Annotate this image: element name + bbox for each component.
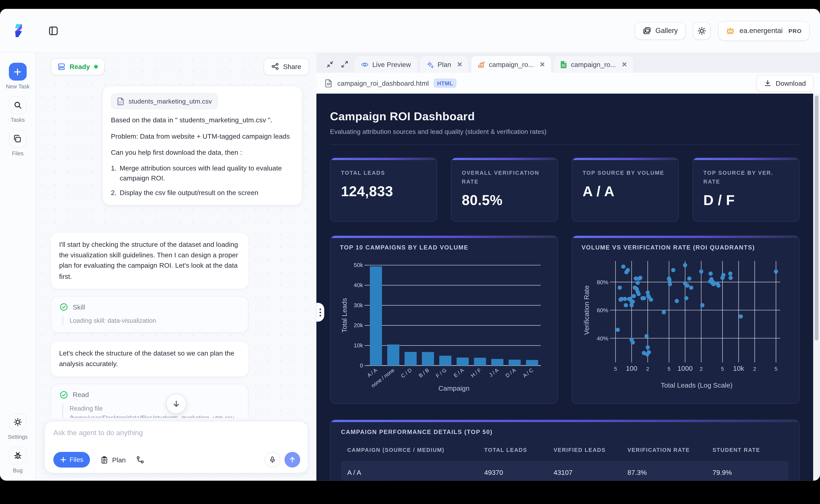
gallery-button[interactable]: Gallery (635, 22, 686, 40)
download-button[interactable]: Download (756, 75, 814, 91)
gear-icon[interactable] (9, 413, 27, 431)
scatter-chart-title: VOLUME VS VERIFICATION RATE (ROI QUADRAN… (581, 244, 790, 250)
user-text-1: Based on the data in " students_marketin… (111, 115, 294, 126)
plan-label: Plan (112, 456, 126, 464)
tab-campaign-chart[interactable]: campaign_ro... (471, 55, 552, 73)
sidebar-label-bug: Bug (13, 467, 23, 473)
sidebar: New Task Tasks Files (0, 53, 36, 481)
svg-text:Campaign: Campaign (438, 384, 469, 392)
svg-text:30k: 30k (354, 302, 363, 308)
tab-live-preview[interactable]: Live Preview (354, 55, 418, 73)
read-tool-card[interactable]: Read Reading file /home/user/Desktop/dat… (51, 384, 249, 418)
collapse-panel-icon[interactable] (324, 58, 336, 71)
stat-card-top-source-volume: TOP SOURCE BY VOLUME A / A (572, 157, 679, 222)
user-list-item-1: 1.Merge attribution sources with lead qu… (111, 164, 294, 184)
dashboard-subtitle: Evaluating attribution sources and lead … (330, 128, 800, 135)
user-message: students_marketing_utm.csv Based on the … (103, 86, 302, 205)
svg-text:50k: 50k (354, 262, 363, 268)
files-label: Files (70, 456, 83, 463)
col-header: CAMPAIGN (SOURCE / MEDIUM) (341, 446, 484, 453)
sidebar-label-settings: Settings (8, 434, 28, 440)
scatter-chart-card: VOLUME VS VERIFICATION RATE (ROI QUADRAN… (572, 235, 800, 404)
bar-chart: 010k20k30k40k50kA / Anone / noneC / DB /… (340, 252, 548, 395)
mic-button[interactable] (265, 452, 280, 468)
computer-icon (58, 63, 65, 70)
skill-tool-card[interactable]: Skill Loading skill: data-visualization (51, 296, 249, 333)
svg-text:5: 5 (721, 366, 724, 372)
tool-detail: Reading file /home/user/Desktop/data/fil… (62, 404, 240, 418)
sidebar-item-settings[interactable]: Settings (8, 413, 28, 440)
close-icon[interactable] (457, 62, 462, 67)
preview-scrollbar-thumb[interactable] (815, 96, 818, 340)
file-name: campaign_roi_dashboard.html (337, 79, 429, 87)
close-icon[interactable] (540, 62, 545, 67)
sidebar-item-tasks[interactable]: Tasks (9, 96, 27, 123)
preview-scrollbar-track (813, 94, 820, 481)
panel-resize-handle[interactable] (316, 303, 324, 322)
tab-campaign-file[interactable]: campaign_ro... (553, 55, 634, 73)
sparkles-icon (426, 60, 434, 68)
download-icon (764, 80, 771, 87)
svg-text:H / F: H / F (470, 367, 482, 379)
chat-panel: Ready Share (36, 53, 316, 481)
send-button[interactable] (285, 452, 300, 468)
attachment-chip[interactable]: students_marketing_utm.csv (111, 93, 218, 109)
table-row: A / A 49370 43107 87.3% 79.9% (341, 460, 789, 481)
preview-panel: Live Preview Plan (316, 53, 820, 481)
svg-text:2: 2 (646, 366, 649, 372)
tab-label: Plan (438, 60, 451, 68)
stat-value: A / A (583, 184, 668, 200)
arrow-down-icon (172, 399, 180, 408)
user-text-2: Problem: Data from website + UTM-tagged … (111, 131, 294, 142)
tool-title: Skill (73, 303, 85, 311)
sidebar-item-files[interactable]: Files (9, 130, 27, 156)
dashboard-title: Campaign ROI Dashboard (330, 110, 800, 124)
svg-text:40k: 40k (354, 282, 363, 288)
document-icon (325, 79, 333, 87)
stat-value: 124,833 (341, 184, 426, 200)
download-label: Download (776, 79, 806, 87)
plus-icon (60, 457, 67, 463)
share-button[interactable]: Share (264, 58, 309, 75)
status-dot (94, 65, 98, 68)
tab-plan[interactable]: Plan (419, 55, 469, 73)
svg-text:5: 5 (668, 366, 670, 372)
top-bar: Gallery (0, 9, 820, 53)
add-files-button[interactable]: Files (53, 452, 90, 468)
stat-cards: TOTAL LEADS 124,833 OVERALL VERIFICATION… (330, 157, 800, 222)
svg-text:B / B: B / B (418, 367, 430, 379)
scroll-to-bottom-button[interactable] (166, 394, 186, 414)
col-header: VERIFICATION RATE (627, 446, 712, 453)
sidebar-item-new-task[interactable]: New Task (6, 63, 30, 89)
assistant-message-2: Let's check the structure of the dataset… (51, 342, 249, 376)
scatter-chart: 51002510002510k2540%60%80%Verification R… (581, 252, 790, 395)
search-icon[interactable] (9, 96, 27, 114)
sidebar-item-bug[interactable]: Bug (9, 447, 27, 473)
expand-panel-icon[interactable] (338, 58, 351, 71)
chat-input[interactable]: Ask the agent to do anything (53, 429, 300, 439)
screen: Gallery (0, 0, 820, 504)
plan-button[interactable]: Plan (101, 456, 126, 464)
stat-value: 80.5% (462, 192, 547, 208)
sidebar-toggle-icon[interactable] (47, 24, 59, 37)
stat-card-verification-rate: OVERALL VERIFICATION RATE 80.5% (451, 157, 558, 222)
theme-toggle-button[interactable] (693, 22, 711, 40)
svg-text:10k: 10k (354, 342, 363, 348)
pro-badge: PRO (788, 27, 802, 34)
chart-icon (477, 60, 485, 68)
account-menu[interactable]: ea.energentai PRO (718, 21, 809, 41)
tool-detail: Loading skill: data-visualization (62, 316, 240, 325)
svg-text:2: 2 (700, 366, 703, 372)
copy-files-icon[interactable] (9, 130, 27, 147)
bug-icon[interactable] (9, 447, 27, 464)
file-header: campaign_roi_dashboard.html HTML Downloa… (316, 73, 820, 94)
close-icon[interactable] (622, 62, 627, 67)
composer: Ask the agent to do anything Files (44, 421, 308, 473)
user-list-item-2: 2.Display the csv file output/result on … (111, 188, 294, 198)
svg-text:D / A: D / A (504, 367, 517, 378)
clipboard-icon (101, 456, 109, 464)
user-list: 1.Merge attribution sources with lead qu… (111, 164, 294, 198)
plus-icon[interactable] (9, 63, 27, 81)
agent-status-pill[interactable]: Ready (51, 58, 105, 75)
workflow-icon[interactable] (136, 455, 145, 464)
